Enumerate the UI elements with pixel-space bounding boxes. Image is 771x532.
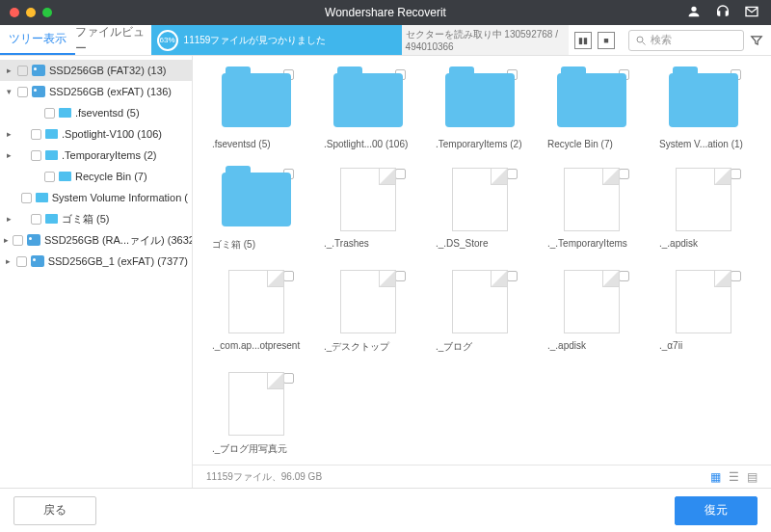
item-label: Recycle Bin (7): [547, 139, 636, 149]
file-item[interactable]: ._.apdisk: [659, 167, 748, 252]
file-item[interactable]: ._ブログ用写真元: [212, 371, 301, 456]
checkbox[interactable]: [31, 129, 41, 140]
tree-item[interactable]: ▸SSD256GB_1 (exFAT) (7377): [0, 251, 192, 272]
checkbox[interactable]: [17, 87, 28, 97]
checkbox[interactable]: [13, 235, 23, 246]
stop-button[interactable]: ■: [598, 32, 615, 49]
filter-icon[interactable]: [750, 34, 763, 47]
file-item[interactable]: ._com.ap...otpresent: [212, 269, 301, 354]
item-label: ._ブログ: [436, 340, 524, 354]
checkbox[interactable]: [44, 172, 55, 182]
chevron-icon[interactable]: ▸: [4, 214, 13, 224]
checkbox[interactable]: [31, 214, 41, 225]
checkbox[interactable]: [17, 66, 28, 76]
pause-button[interactable]: ▮▮: [574, 32, 592, 49]
folder-icon: [45, 129, 58, 139]
file-item[interactable]: ._.TemporaryItems: [547, 167, 636, 252]
chevron-icon[interactable]: ▾: [4, 87, 13, 96]
file-item[interactable]: ._デスクトップ: [324, 269, 412, 354]
checkbox[interactable]: [44, 108, 55, 119]
checkbox[interactable]: [21, 193, 32, 203]
file-icon: [228, 372, 284, 436]
checkbox[interactable]: [16, 256, 27, 267]
thumbnail: [217, 371, 296, 437]
scan-controls: ▮▮ ■: [569, 25, 621, 55]
folder-item[interactable]: .Spotlight...00 (106): [324, 67, 412, 149]
file-icon: [564, 168, 620, 231]
file-grid: .fseventsd (5).Spotlight...00 (106).Temp…: [193, 56, 771, 465]
thumbnail: [664, 269, 743, 334]
thumbnail: [329, 67, 408, 133]
folder-icon: [45, 214, 58, 224]
checkbox[interactable]: [731, 169, 741, 179]
checkbox[interactable]: [395, 169, 406, 179]
drive-icon: [32, 65, 45, 76]
tree-item[interactable]: ▸.Spotlight-V100 (106): [0, 123, 192, 145]
file-item[interactable]: ._ブログ: [436, 269, 524, 354]
tree-item-label: SSD256GB (exFAT) (136): [49, 86, 172, 97]
thumbnail: [329, 269, 408, 334]
checkbox[interactable]: [283, 271, 294, 281]
checkbox[interactable]: [507, 169, 518, 179]
view-list-icon[interactable]: ☰: [729, 470, 739, 484]
recover-button[interactable]: 復元: [675, 496, 758, 525]
titlebar: Wondershare Recoverit: [0, 0, 771, 25]
thumbnail: [552, 67, 631, 133]
file-item[interactable]: ._.apdisk: [547, 269, 636, 354]
folder-item[interactable]: .TemporaryItems (2): [436, 67, 524, 149]
file-item[interactable]: ._.Trashes: [324, 167, 412, 252]
checkbox[interactable]: [507, 271, 518, 281]
view-detail-icon[interactable]: ▤: [747, 470, 758, 484]
folder-item[interactable]: System V...ation (1): [659, 67, 748, 149]
file-item[interactable]: ._.DS_Store: [436, 167, 524, 252]
search-placeholder: 検索: [651, 33, 672, 47]
search-input[interactable]: 検索: [628, 30, 744, 51]
tree-item-label: .TemporaryItems (2): [62, 149, 156, 161]
tree-item-label: SSD256GB_1 (exFAT) (7377): [48, 255, 188, 267]
tree-item[interactable]: ▸.TemporaryItems (2): [0, 145, 192, 166]
tree-item[interactable]: ▸ゴミ箱 (5): [0, 208, 192, 229]
thumbnail: [217, 167, 296, 232]
chevron-icon[interactable]: ▸: [4, 256, 13, 266]
chevron-icon[interactable]: ▸: [4, 66, 13, 75]
checkbox[interactable]: [283, 373, 294, 384]
tree-item[interactable]: ▸SSD256GB (RA...ァイル) (3632: [0, 229, 192, 251]
item-label: ._.apdisk: [547, 340, 636, 351]
checkbox[interactable]: [731, 271, 741, 281]
back-button[interactable]: 戻る: [13, 496, 96, 525]
file-icon: [452, 168, 508, 231]
chevron-icon[interactable]: ▸: [4, 150, 13, 160]
folder-item[interactable]: .fseventsd (5): [212, 67, 301, 149]
view-grid-icon[interactable]: ▦: [710, 470, 721, 484]
checkbox[interactable]: [31, 150, 41, 161]
tree-item-label: ゴミ箱 (5): [62, 212, 110, 226]
tree-item[interactable]: ▸SSD256GB (FAT32) (13): [0, 60, 192, 81]
chevron-icon[interactable]: ▸: [4, 235, 9, 245]
footer: 戻る 復元: [0, 488, 771, 532]
checkbox[interactable]: [619, 169, 629, 179]
checkbox[interactable]: [395, 271, 406, 281]
checkbox[interactable]: [619, 271, 629, 281]
folder-item[interactable]: Recycle Bin (7): [547, 67, 636, 149]
chevron-icon[interactable]: ▸: [4, 129, 13, 139]
file-icon: [340, 270, 396, 333]
thumbnail: [440, 167, 519, 232]
app-title: Wondershare Recoverit: [0, 6, 771, 19]
folder-icon: [59, 108, 71, 118]
tree-item[interactable]: Recycle Bin (7): [0, 166, 192, 187]
tree-item-label: .Spotlight-V100 (106): [62, 128, 162, 140]
tree-item[interactable]: System Volume Information (: [0, 187, 192, 208]
content: ▸SSD256GB (FAT32) (13)▾SSD256GB (exFAT) …: [0, 56, 771, 488]
tree-item[interactable]: ▾SSD256GB (exFAT) (136): [0, 81, 192, 102]
folder-icon: [222, 173, 291, 226]
folder-item[interactable]: ゴミ箱 (5): [212, 167, 301, 252]
status-text: 11159ファイル、96.09 GB: [206, 470, 322, 484]
progress-percent: 63%: [157, 30, 178, 51]
tab-tree[interactable]: ツリー表示: [0, 25, 75, 55]
folder-icon: [222, 73, 291, 127]
tab-file[interactable]: ファイルビュー: [75, 25, 150, 55]
tree-item[interactable]: .fseventsd (5): [0, 102, 192, 123]
tree-item-label: SSD256GB (FAT32) (13): [49, 65, 166, 76]
file-item[interactable]: ._α7ii: [659, 269, 748, 354]
thumbnail: [664, 167, 743, 232]
